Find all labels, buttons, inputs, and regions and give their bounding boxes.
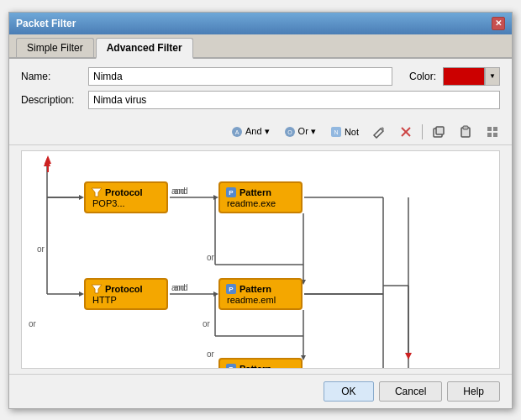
svg-text:N: N <box>334 129 338 135</box>
svg-text:A: A <box>235 129 239 135</box>
pattern-icon-3: P <box>225 363 237 369</box>
svg-text:P: P <box>229 365 234 369</box>
not-button[interactable]: N Not <box>324 123 365 141</box>
tab-bar: Simple Filter Advanced Filter <box>9 34 512 59</box>
pattern3-title: P Pattern <box>225 363 271 369</box>
color-box[interactable] <box>443 67 485 86</box>
tab-advanced-filter[interactable]: Advanced Filter <box>96 38 193 59</box>
dialog-footer: OK Cancel Help <box>9 374 512 408</box>
copy-icon <box>432 125 445 139</box>
filter-icon-2 <box>91 283 103 295</box>
and-button[interactable]: A And ▾ <box>224 123 276 141</box>
and-icon: A <box>230 125 244 139</box>
filter-toolbar: A And ▾ O Or ▾ N Not <box>9 119 512 145</box>
grid-button[interactable] <box>480 123 505 141</box>
pattern2-node[interactable]: P Pattern readme.eml <box>218 278 303 310</box>
desc-label: Description: <box>21 94 88 106</box>
protocol2-title: Protocol <box>91 283 143 295</box>
cancel-button[interactable]: Cancel <box>379 381 442 402</box>
title-bar: Packet Filter ✕ <box>9 13 512 34</box>
pattern-icon-1: P <box>225 186 237 198</box>
canvas-area[interactable]: and or or and or <box>21 150 500 369</box>
close-button[interactable]: ✕ <box>492 17 505 30</box>
svg-text:P: P <box>229 189 234 197</box>
svg-text:or: or <box>207 253 215 262</box>
svg-rect-11 <box>463 126 468 129</box>
paste-node-button[interactable] <box>453 123 478 141</box>
svg-text:or: or <box>37 244 45 254</box>
protocol1-node[interactable]: Protocol POP3... <box>84 181 168 213</box>
svg-text:or: or <box>207 349 215 359</box>
name-label: Name: <box>21 71 88 82</box>
or-label-main: or <box>29 319 36 328</box>
start-arrow <box>42 155 54 175</box>
svg-rect-15 <box>493 133 497 137</box>
pattern1-node[interactable]: P Pattern readme.exe <box>218 181 303 213</box>
pattern1-title: P Pattern <box>225 186 271 198</box>
ok-button[interactable]: OK <box>324 381 374 402</box>
or-label-1: or <box>203 319 210 328</box>
desc-row: Description: <box>21 91 500 109</box>
form-section: Name: Color: ▼ Description: <box>9 59 512 119</box>
name-input[interactable] <box>88 67 392 86</box>
filter-icon-1 <box>91 186 103 198</box>
desc-input[interactable] <box>88 91 500 109</box>
svg-marker-52 <box>405 353 412 360</box>
delete-button[interactable] <box>393 123 418 141</box>
svg-text:O: O <box>287 129 292 135</box>
protocol2-node[interactable]: Protocol HTTP <box>84 278 168 310</box>
paste-icon <box>459 125 472 139</box>
edit-icon <box>372 125 386 139</box>
svg-rect-14 <box>487 133 492 137</box>
copy-node-button[interactable] <box>426 123 451 141</box>
svg-rect-13 <box>493 127 497 131</box>
or-button[interactable]: O Or ▾ <box>277 123 322 141</box>
svg-rect-9 <box>436 127 444 134</box>
pattern2-title: P Pattern <box>225 283 271 295</box>
tab-simple-filter[interactable]: Simple Filter <box>16 38 94 57</box>
packet-filter-dialog: Packet Filter ✕ Simple Filter Advanced F… <box>8 12 513 409</box>
protocol1-title: Protocol <box>91 186 143 198</box>
toolbar-separator-1 <box>422 124 423 139</box>
title-bar-buttons: ✕ <box>492 17 505 30</box>
delete-icon <box>399 125 413 139</box>
svg-rect-12 <box>487 127 492 131</box>
pattern-icon-2: P <box>225 283 237 295</box>
name-row: Name: Color: ▼ <box>21 67 500 86</box>
edit-button[interactable] <box>366 123 392 141</box>
color-label: Color: <box>409 71 436 82</box>
svg-text:P: P <box>229 286 234 293</box>
dialog-title: Packet Filter <box>16 18 76 29</box>
not-icon: N <box>329 125 343 139</box>
help-button[interactable]: Help <box>447 381 500 402</box>
pattern3-node[interactable]: P Pattern cmd.exe <box>218 358 303 369</box>
grid-icon <box>486 125 499 139</box>
svg-marker-54 <box>45 155 51 164</box>
color-dropdown[interactable]: ▼ <box>485 67 500 86</box>
and-label-2: and <box>171 283 186 292</box>
or-icon: O <box>283 125 297 139</box>
and-label-1: and <box>171 186 186 196</box>
